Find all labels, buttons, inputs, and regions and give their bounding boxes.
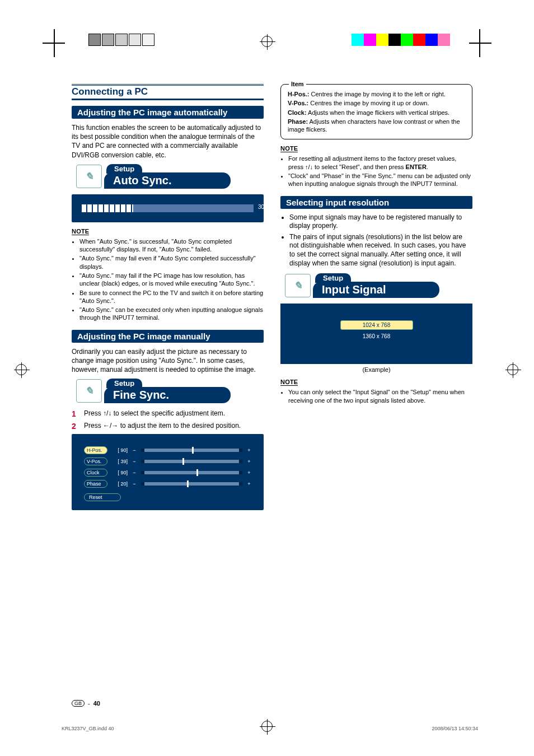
minus-icon: −: [132, 447, 137, 453]
input-resolution-body: Some input signals may have to be regist…: [280, 213, 472, 268]
heading-input-resolution: Selecting input resolution: [280, 196, 472, 209]
slider-label: Clock: [84, 469, 107, 477]
osd-tab-auto-sync: Auto Sync.: [104, 172, 231, 189]
auto-sync-progress: 30%: [72, 194, 264, 222]
osd-tab-fine-sync: Fine Sync.: [104, 387, 231, 403]
step-text: Press ←/→ to adjust the item to the desi…: [84, 422, 241, 430]
note-item: "Auto Sync." may fail if the PC image ha…: [79, 272, 264, 288]
note-item: When "Auto Sync." is successful, "Auto S…: [79, 237, 264, 254]
osd-input-signal: ✎ Setup Input Signal: [280, 273, 472, 299]
fine-sync-sliders: H-Pos. [ 90] − + V-Pos. [ 39] − + Clock …: [72, 434, 264, 510]
gray-swatches: [88, 34, 154, 46]
note-item: "Auto Sync." can be executed only when i…: [79, 306, 264, 322]
heading-fine-sync: Adjusting the PC image manually: [72, 330, 264, 343]
input-signal-option: 1360 x 768: [340, 332, 413, 340]
slider-value: [ 20]: [112, 481, 128, 487]
body-item: Some input signals may have to be regist…: [289, 213, 472, 231]
note-item: "Clock" and "Phase" in the "Fine Sync." …: [288, 172, 472, 188]
example-label: (Example): [280, 366, 472, 373]
auto-sync-body: This function enables the screen to be a…: [72, 123, 264, 160]
note-item: Be sure to connect the PC to the TV and …: [79, 289, 264, 305]
item-key: Phase:: [288, 118, 308, 125]
slider-vpos: V-Pos. [ 39] − +: [84, 458, 251, 465]
auto-sync-notes: When "Auto Sync." is successful, "Auto S…: [72, 237, 264, 322]
step-2: 2Press ←/→ to adjust the item to the des…: [72, 421, 264, 430]
registration-icon: [261, 721, 273, 734]
plus-icon: +: [247, 459, 251, 464]
note-heading: NOTE: [72, 228, 89, 235]
plus-icon: +: [247, 447, 251, 453]
setup-icon: ✎: [285, 274, 311, 297]
item-key: H-Pos.:: [288, 91, 310, 97]
lang-badge: GB: [72, 700, 85, 707]
footer: GB - 40: [72, 700, 472, 707]
setup-icon: ✎: [76, 165, 102, 188]
page-number: 40: [93, 700, 100, 707]
item-box: Item H-Pos.: Centres the image by moving…: [280, 84, 472, 139]
registration-icon: [261, 36, 273, 49]
osd-auto-sync: ✎ Setup Auto Sync.: [72, 164, 264, 190]
note-item: You can only select the "Input Signal" o…: [288, 388, 472, 404]
osd-fine-sync: ✎ Setup Fine Sync.: [72, 379, 264, 404]
input-signal-notes: You can only select the "Input Signal" o…: [280, 388, 472, 404]
file-date: 2008/06/13 14:50:34: [432, 726, 478, 731]
reset-option: Reset: [84, 493, 121, 501]
step-1: 1Press ↑/↓ to select the specific adjust…: [72, 409, 264, 418]
item-val: Centres the image by moving it up or dow…: [308, 100, 429, 106]
item-key: Clock:: [288, 109, 307, 116]
item-val: Adjusts when the image flickers with ver…: [307, 109, 450, 116]
plus-icon: +: [247, 470, 251, 475]
page: Connecting a PC Adjusting the PC image a…: [0, 0, 534, 756]
fine-sync-body: Ordinarily you can easily adjust the pic…: [72, 347, 264, 375]
color-swatches: [352, 34, 450, 46]
crop-mark: [43, 43, 65, 44]
heading-auto-sync: Adjusting the PC image automatically: [72, 106, 264, 119]
file-name: KRL3237V_GB.indd 40: [62, 726, 114, 731]
step-text: Press ↑/↓ to select the specific adjustm…: [84, 409, 225, 417]
slider-value: [ 90]: [112, 470, 128, 475]
input-signal-box: 1024 x 768 1360 x 768: [280, 304, 472, 364]
slider-label: H-Pos.: [84, 446, 107, 454]
item-val: Centres the image by moving it to the le…: [310, 91, 446, 97]
item-legend: Item: [289, 80, 306, 88]
slider-label: V-Pos.: [84, 458, 107, 465]
steps: 1Press ↑/↓ to select the specific adjust…: [72, 409, 264, 430]
osd-tab-input-signal: Input Signal: [313, 282, 439, 298]
right-column: Item H-Pos.: Centres the image by moving…: [280, 84, 472, 510]
note-heading: NOTE: [280, 145, 298, 152]
left-column: Connecting a PC Adjusting the PC image a…: [72, 84, 264, 510]
input-signal-option: 1024 x 768: [340, 320, 413, 330]
slider-value: [ 39]: [112, 459, 128, 464]
minus-icon: −: [132, 481, 137, 487]
plus-icon: +: [247, 481, 251, 487]
minus-icon: −: [132, 459, 137, 464]
crop-mark: [469, 43, 491, 44]
slider-label: Phase: [84, 480, 107, 488]
note-item: For resetting all adjustment items to th…: [288, 155, 472, 171]
right-notes: For resetting all adjustment items to th…: [280, 155, 472, 188]
registration-icon: [16, 364, 27, 377]
slider-hpos: H-Pos. [ 90] − +: [84, 446, 251, 454]
minus-icon: −: [132, 470, 137, 475]
registration-icon: [507, 364, 518, 377]
setup-icon: ✎: [76, 379, 102, 403]
dash: -: [88, 700, 90, 707]
item-key: V-Pos.:: [288, 100, 308, 106]
note-item: "Auto Sync." may fail even if "Auto Sync…: [79, 254, 264, 270]
item-val: Adjusts when characters have low contras…: [288, 118, 460, 133]
slider-value: [ 90]: [112, 447, 128, 453]
note-heading: NOTE: [280, 379, 298, 386]
body-item: The pairs of input signals (resolutions)…: [289, 233, 472, 268]
slider-phase: Phase [ 20] − +: [84, 480, 251, 488]
progress-percent: 30%: [258, 204, 269, 210]
slider-clock: Clock [ 90] − +: [84, 469, 251, 477]
page-title: Connecting a PC: [72, 84, 264, 100]
